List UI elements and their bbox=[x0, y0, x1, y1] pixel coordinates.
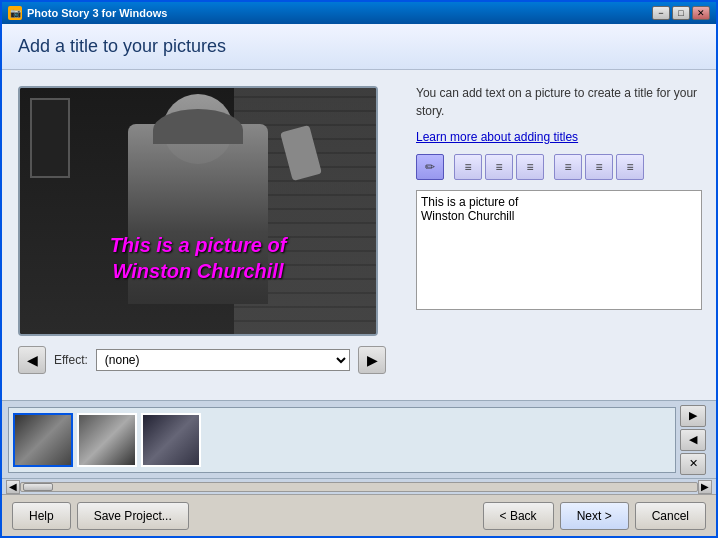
help-link[interactable]: Learn more about adding titles bbox=[416, 130, 702, 144]
save-project-button[interactable]: Save Project... bbox=[77, 502, 189, 530]
effect-select[interactable]: (none) bbox=[96, 349, 350, 371]
next-button[interactable]: Next > bbox=[560, 502, 629, 530]
text-area-container bbox=[416, 190, 702, 386]
bottom-bar: Help Save Project... < Back Next > Cance… bbox=[2, 494, 716, 536]
app-icon: 📷 bbox=[8, 6, 22, 20]
door-bg bbox=[30, 98, 70, 178]
photo-preview: This is a picture of Winston Churchill bbox=[18, 86, 378, 336]
photo-container: This is a picture of Winston Churchill bbox=[20, 88, 376, 334]
toolbar-pos-bot[interactable]: ≡ bbox=[616, 154, 644, 180]
toolbar-align-center[interactable]: ≡ bbox=[485, 154, 513, 180]
effect-row: ◀ Effect: (none) ▶ bbox=[18, 346, 386, 374]
filmstrip-thumb-3[interactable] bbox=[141, 413, 201, 467]
close-button[interactable]: ✕ bbox=[692, 6, 710, 20]
page-title: Add a title to your pictures bbox=[18, 36, 700, 57]
toolbar-align-left[interactable]: ≡ bbox=[454, 154, 482, 180]
toolbar-pos-top[interactable]: ≡ bbox=[554, 154, 582, 180]
title-bar-left: 📷 Photo Story 3 for Windows bbox=[8, 6, 167, 20]
help-description: You can add text on a picture to create … bbox=[416, 84, 702, 120]
h-scroll-right-button[interactable]: ▶ bbox=[698, 480, 712, 494]
back-button[interactable]: < Back bbox=[483, 502, 554, 530]
next-photo-button[interactable]: ▶ bbox=[358, 346, 386, 374]
main-content: This is a picture of Winston Churchill ◀… bbox=[2, 70, 716, 400]
title-bar: 📷 Photo Story 3 for Windows − □ ✕ bbox=[2, 2, 716, 24]
cancel-button[interactable]: Cancel bbox=[635, 502, 706, 530]
filmstrip-forward-button[interactable]: ▶ bbox=[680, 405, 706, 427]
filmstrip-thumb-1[interactable] bbox=[13, 413, 73, 467]
toolbar-pos-mid[interactable]: ≡ bbox=[585, 154, 613, 180]
h-scroll-thumb[interactable] bbox=[23, 483, 53, 491]
filmstrip-scroll bbox=[8, 407, 676, 473]
effect-label: Effect: bbox=[54, 353, 88, 367]
h-scroll-left-button[interactable]: ◀ bbox=[6, 480, 20, 494]
filmstrip-delete-button[interactable]: ✕ bbox=[680, 453, 706, 475]
prev-photo-button[interactable]: ◀ bbox=[18, 346, 46, 374]
overlay-line2: Winston Churchill bbox=[20, 258, 376, 284]
right-panel: You can add text on a picture to create … bbox=[402, 70, 716, 400]
window-title: Photo Story 3 for Windows bbox=[27, 7, 167, 19]
filmstrip-back-button[interactable]: ◀ bbox=[680, 429, 706, 451]
left-panel: This is a picture of Winston Churchill ◀… bbox=[2, 70, 402, 400]
help-button[interactable]: Help bbox=[12, 502, 71, 530]
h-scroll-track[interactable] bbox=[20, 482, 698, 492]
minimize-button[interactable]: − bbox=[652, 6, 670, 20]
toolbar-align-right[interactable]: ≡ bbox=[516, 154, 544, 180]
overlay-line1: This is a picture of bbox=[20, 232, 376, 258]
app-window: 📷 Photo Story 3 for Windows − □ ✕ Add a … bbox=[0, 0, 718, 538]
toolbar-font-button[interactable]: ✏ bbox=[416, 154, 444, 180]
photo-bw: This is a picture of Winston Churchill bbox=[20, 88, 376, 334]
app-header: Add a title to your pictures bbox=[2, 24, 716, 70]
photo-overlay-text: This is a picture of Winston Churchill bbox=[20, 232, 376, 284]
h-scroll-bar: ◀ ▶ bbox=[2, 478, 716, 494]
filmstrip-area: ▶ ◀ ✕ bbox=[2, 400, 716, 478]
window-controls: − □ ✕ bbox=[652, 6, 710, 20]
text-toolbar: ✏ ≡ ≡ ≡ ≡ ≡ ≡ bbox=[416, 154, 702, 180]
filmstrip-controls: ▶ ◀ ✕ bbox=[676, 405, 710, 475]
title-textarea[interactable] bbox=[416, 190, 702, 310]
maximize-button[interactable]: □ bbox=[672, 6, 690, 20]
filmstrip-thumb-2[interactable] bbox=[77, 413, 137, 467]
